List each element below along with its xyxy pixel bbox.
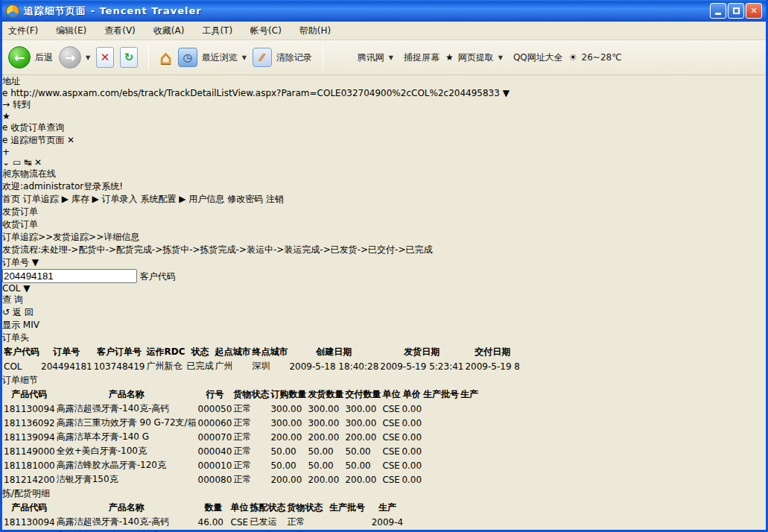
table-cell (423, 417, 459, 429)
nav-item-logout[interactable]: 注销 (266, 194, 284, 204)
table-cell: 300.00 (270, 402, 306, 415)
home-button[interactable]: ⌂ (159, 46, 172, 69)
table-cell (423, 459, 459, 472)
show-miv-button[interactable]: 显示 MIV (2, 319, 766, 332)
table-row: 181214200洁银牙膏150克000080正常200.00200.00200… (4, 473, 478, 486)
table-row: 181139094高露洁草本牙膏-140 G000070正常200.00200.… (4, 431, 478, 443)
table-cell (460, 445, 478, 457)
table-cell: 正常 (233, 445, 269, 457)
plus-icon: + (2, 147, 10, 157)
table-cell: 50.00 (308, 459, 343, 472)
table-cell (460, 473, 478, 486)
tencent-site-button[interactable]: 腾讯网 ▼ (334, 48, 393, 67)
menu-help[interactable]: 帮助(H) (299, 25, 331, 37)
forward-dropdown-icon[interactable]: ▼ (86, 54, 90, 61)
table-cell: 200.00 (345, 431, 381, 443)
table-header-row: 产品代码产品名称数量单位拣配状态货物状态生产批号生产 (4, 501, 403, 514)
tab-receiving-order-query[interactable]: e 收货订单查询 (2, 121, 766, 134)
weather-widget[interactable]: ☀ 26~28℃ (569, 52, 622, 63)
favorites-button[interactable]: ★ (2, 111, 766, 121)
tab-tracking-detail[interactable]: e 追踪细节页面 ✕ (2, 134, 766, 147)
column-header: 状态 (186, 346, 213, 358)
browser-window: 追踪细节页面 - Tencent Traveler ✕ 文件(F) 编辑(E) … (0, 0, 768, 532)
address-input[interactable]: e http://www.aspxam.com/ebs/track/TrackD… (2, 88, 766, 98)
nav-item-system-config[interactable]: 系统配置 (140, 194, 176, 204)
page-favicon-icon: e (2, 88, 7, 98)
close-tabs-icon[interactable]: ✕ (34, 157, 42, 168)
main-nav: 首页 订单追踪 ▶ 库存 ▶ 订单录入 系统配置 ▶ 用户信息 修改密码 注销 (2, 193, 766, 206)
table-cell: 181130094 (4, 402, 55, 415)
restore-window-icon[interactable]: ▭ (13, 157, 21, 168)
table-cell: 0.00 (402, 402, 422, 415)
home-icon: ⌂ (159, 46, 172, 69)
table-cell: 50.00 (270, 445, 306, 457)
table-cell: 全效+美白牙膏-100克 (57, 445, 197, 457)
table-cell (423, 473, 459, 486)
arrange-tabs-icon[interactable]: ↹ (24, 157, 31, 168)
table-cell (460, 417, 478, 429)
back-button[interactable]: ← 后退 (8, 46, 53, 69)
forward-button[interactable]: → ▼ (59, 46, 90, 69)
table-cell (325, 516, 370, 528)
recent-history-button[interactable]: ◷ 最近浏览 ▼ (178, 48, 247, 67)
stop-button[interactable]: ✕ (96, 47, 114, 68)
minimize-button[interactable] (710, 3, 726, 19)
close-button[interactable]: ✕ (746, 3, 762, 19)
nav-item-user-info[interactable]: 用户信息 (188, 194, 224, 204)
column-header: 货物状态 (233, 388, 269, 401)
tencent-dropdown-icon[interactable]: ▼ (389, 54, 393, 61)
extract-dropdown-icon[interactable]: ▼ (498, 54, 503, 61)
recent-dropdown-icon[interactable]: ▼ (242, 54, 247, 61)
address-dropdown-icon[interactable]: ▼ (503, 88, 510, 98)
section-title-order-detail: 订单细节 (2, 374, 766, 387)
tab-close-icon[interactable]: ✕ (67, 135, 74, 145)
nav-item-order-entry[interactable]: 订单录入 (102, 194, 138, 204)
tab-label: 追踪细节页面 (10, 135, 64, 145)
order-number-input[interactable] (2, 269, 137, 283)
table-cell: CSE (382, 459, 400, 472)
menu-tools[interactable]: 工具(T) (202, 25, 232, 37)
table-cell: 正常 (233, 417, 269, 429)
table-cell (460, 402, 478, 415)
table-cell: 000040 (198, 445, 232, 457)
customer-code-select[interactable]: COL ▼ (2, 283, 766, 294)
nav-item-inventory[interactable]: 库存 (72, 194, 89, 204)
sub-nav: 发货订单 收货订单 (2, 206, 766, 231)
qq-sites-button[interactable]: QQ网址大全 (509, 51, 563, 64)
table-cell: 181136092 (4, 417, 55, 429)
nav-item-change-password[interactable]: 修改密码 (227, 194, 263, 204)
subnav-item-receiving-orders[interactable]: 收货订单 (2, 218, 766, 231)
order-header-table: 客户代码订单号客户订单号运作RDC状态起点城市终点城市创建日期发货日期交付日期 … (2, 344, 521, 374)
nav-item-home[interactable]: 首页 (2, 194, 20, 204)
table-row: COL204494181103748419广州新仓已完成广州深圳2009-5-1… (4, 360, 520, 373)
search-button[interactable]: 查 询 (2, 294, 766, 306)
welcome-message: 欢迎:administrator登录系统! (2, 180, 766, 193)
menu-view[interactable]: 查看(V) (104, 25, 136, 37)
nav-item-order-tracking[interactable]: 订单追踪 (23, 194, 59, 204)
table-cell: 103748419 (94, 360, 145, 373)
capture-screen-button[interactable]: 捕捉屏幕 (399, 51, 439, 64)
clock-folder-icon: ◷ (178, 48, 197, 67)
window-title: 追踪细节页面 - Tencent Traveler (24, 4, 708, 18)
menu-account[interactable]: 帐号(C) (250, 25, 282, 37)
maximize-button[interactable] (728, 3, 744, 19)
refresh-button[interactable]: ↻ (120, 47, 138, 68)
order-type-select[interactable]: 订单号 ▼ (2, 256, 766, 269)
table-cell: 300.00 (345, 417, 381, 429)
menu-favorites[interactable]: 收藏(A) (153, 25, 185, 37)
table-cell: 2009-5-19 5:23:41 (380, 360, 463, 373)
table-cell (460, 459, 478, 472)
chevron-double-down-icon[interactable]: ⌄ (2, 157, 10, 168)
go-arrow-icon: → (2, 99, 10, 110)
new-tab-button[interactable]: + (2, 147, 766, 157)
return-button[interactable]: ↺ 返 回 (2, 306, 766, 319)
table-cell: 181130094 (4, 516, 55, 528)
extract-page-button[interactable]: ★ 网页提取 ▼ (445, 51, 503, 64)
table-cell: 高露洁超强牙膏-140克-高钙 (57, 402, 197, 415)
table-cell (460, 431, 478, 443)
clear-history-button[interactable]: ⁄⁄ 清除记录 (253, 48, 312, 67)
go-button[interactable]: → 转到 (2, 98, 766, 111)
menu-edit[interactable]: 编辑(E) (56, 25, 86, 37)
subnav-item-shipping-orders[interactable]: 发货订单 (2, 206, 766, 218)
menu-file[interactable]: 文件(F) (8, 25, 38, 37)
